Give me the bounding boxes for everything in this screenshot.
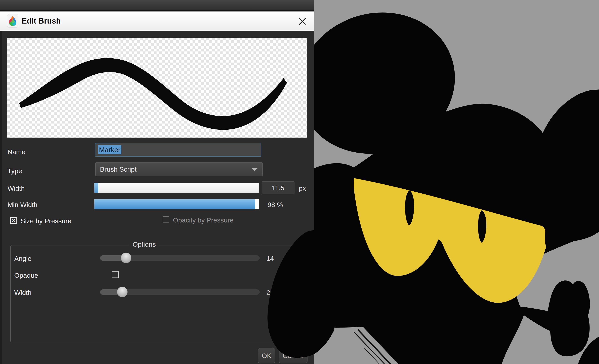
width-value-box[interactable]: 11.5 — [262, 181, 294, 194]
application-window: Edit Brush Name Marker Type Brush Script — [0, 0, 599, 364]
width-slider-fill — [94, 183, 98, 193]
type-dropdown[interactable]: Brush Script — [95, 162, 263, 176]
width-slider[interactable] — [94, 183, 259, 193]
opacity-by-pressure-checkbox[interactable] — [163, 216, 169, 223]
angle-slider[interactable] — [100, 255, 260, 261]
edit-brush-dialog: Name Marker Type Brush Script Width 11.5… — [0, 31, 314, 364]
min-width-label: Min Width — [8, 201, 37, 209]
name-label: Name — [8, 148, 26, 156]
drawing-canvas[interactable] — [313, 0, 599, 364]
dialog-titlebar[interactable]: Edit Brush — [0, 11, 314, 31]
min-width-slider[interactable] — [94, 199, 259, 209]
check-mark-icon: ✕ — [11, 217, 16, 224]
cancel-button[interactable]: Cancel — [279, 348, 308, 364]
app-icon — [7, 14, 18, 27]
width-value: 11.5 — [272, 184, 284, 192]
options-width-slider[interactable] — [100, 289, 260, 295]
type-dropdown-value: Brush Script — [100, 166, 137, 173]
options-group-title: Options — [129, 240, 159, 248]
opaque-checkbox[interactable] — [112, 271, 119, 278]
ok-button[interactable]: OK — [258, 348, 275, 364]
dialog-left-edge — [0, 31, 2, 364]
options-width-label: Width — [14, 289, 31, 296]
opacity-by-pressure-label[interactable]: Opacity by Pressure — [173, 216, 234, 224]
close-icon[interactable] — [296, 16, 308, 27]
width-unit-label: px — [299, 185, 306, 192]
name-input-selected-text: Marker — [98, 145, 121, 154]
min-width-value: 98 % — [268, 201, 283, 209]
brush-preview — [7, 38, 307, 138]
options-width-slider-handle[interactable] — [117, 287, 128, 297]
type-label: Type — [8, 167, 22, 175]
options-width-value: 2 — [266, 289, 270, 296]
size-by-pressure-checkbox[interactable]: ✕ — [10, 217, 17, 224]
angle-label: Angle — [14, 255, 31, 262]
size-by-pressure-label[interactable]: Size by Pressure — [21, 217, 71, 225]
name-input[interactable]: Marker — [95, 143, 261, 157]
opaque-label: Opaque — [14, 272, 38, 279]
width-label: Width — [8, 185, 25, 192]
character-drawing — [313, 0, 599, 364]
window-background-strip — [0, 0, 314, 10]
paint-drop-icon — [8, 16, 17, 26]
angle-value: 14 — [266, 255, 274, 262]
dialog-title: Edit Brush — [22, 11, 61, 31]
brush-stroke-preview — [7, 38, 307, 138]
chevron-down-icon — [252, 168, 257, 171]
angle-slider-handle[interactable] — [121, 253, 132, 263]
min-width-slider-fill — [94, 199, 255, 209]
